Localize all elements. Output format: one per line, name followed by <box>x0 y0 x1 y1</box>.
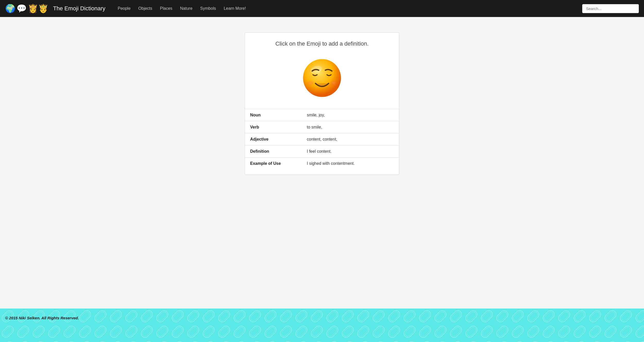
row-label: Noun <box>245 109 302 121</box>
nav-links: People Objects Places Nature Symbols Lea… <box>118 6 578 11</box>
navbar: 🌍 💬 👸🤴 The Emoji Dictionary People Objec… <box>0 0 644 17</box>
nav-link-nature[interactable]: Nature <box>180 6 192 11</box>
emoji-card: Click on the Emoji to add a definition. <box>245 32 399 175</box>
row-value: I sighed with contentment. <box>302 158 399 170</box>
svg-point-2 <box>306 80 315 86</box>
row-value: smile, joy, <box>302 109 399 121</box>
royals-icon: 👸🤴 <box>28 4 48 13</box>
search-input[interactable] <box>582 4 639 13</box>
card-instruction: Click on the Emoji to add a definition. <box>245 40 399 47</box>
definition-table: Noun smile, joy, Verb to smile, Adjectiv… <box>245 109 399 169</box>
row-label: Verb <box>245 121 302 133</box>
table-row: Noun smile, joy, <box>245 109 399 121</box>
nav-logos: 🌍 💬 👸🤴 <box>5 4 48 13</box>
row-label: Definition <box>245 146 302 158</box>
globe-icon: 🌍 <box>5 4 15 13</box>
emoji-svg <box>301 57 343 99</box>
speech-bubble-icon: 💬 <box>16 4 27 13</box>
nav-link-places[interactable]: Places <box>160 6 172 11</box>
nav-link-symbols[interactable]: Symbols <box>200 6 216 11</box>
site-title: The Emoji Dictionary <box>53 5 105 12</box>
footer-copyright: © 2015 Niki Selken. All Rights Reserved. <box>5 316 79 320</box>
table-row: Adjective content, content, <box>245 133 399 146</box>
footer: © 2015 Niki Selken. All Rights Reserved. <box>0 309 644 342</box>
row-label: Example of Use <box>245 158 302 170</box>
svg-point-0 <box>303 59 341 97</box>
nav-link-objects[interactable]: Objects <box>138 6 152 11</box>
table-row: Definition I feel content. <box>245 146 399 158</box>
svg-point-3 <box>329 80 338 86</box>
nav-link-learn-more[interactable]: Learn More! <box>224 6 246 11</box>
emoji-clickable[interactable] <box>245 52 399 106</box>
row-label: Adjective <box>245 133 302 146</box>
row-value: content, content, <box>302 133 399 146</box>
row-value: I feel content. <box>302 146 399 158</box>
table-row: Example of Use I sighed with contentment… <box>245 158 399 170</box>
nav-link-people[interactable]: People <box>118 6 131 11</box>
table-row: Verb to smile, <box>245 121 399 133</box>
row-value: to smile, <box>302 121 399 133</box>
main-content: Click on the Emoji to add a definition. <box>0 17 644 309</box>
